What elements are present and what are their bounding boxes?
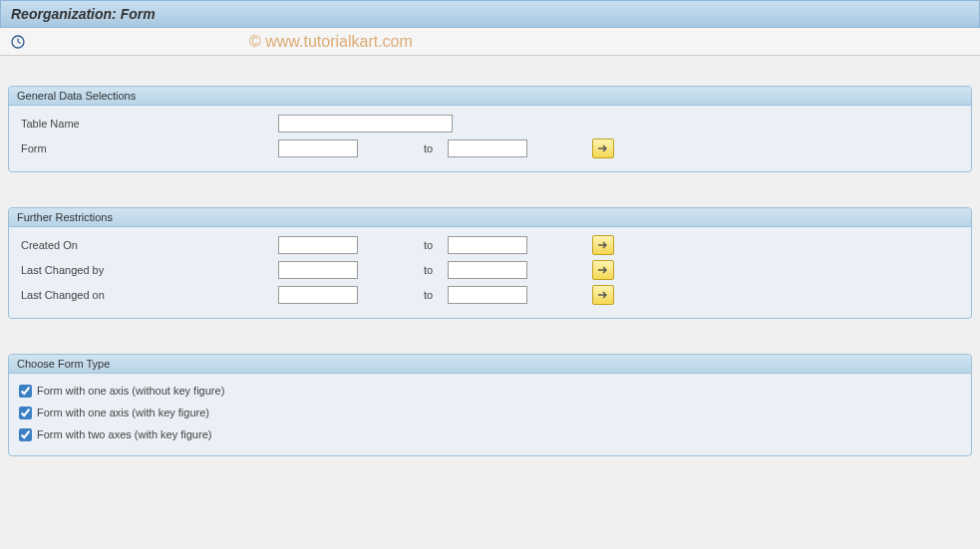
label-form: Form (19, 142, 278, 154)
watermark: © www.tutorialkart.com (249, 33, 413, 51)
label-to-last-changed-by: to (418, 264, 448, 276)
group-body-formtype: Form with one axis (without key figure) … (9, 374, 971, 455)
more-button-last-changed-by[interactable] (592, 260, 614, 280)
row-opt2: Form with one axis (with key figure) (19, 402, 961, 423)
label-to-form: to (418, 142, 448, 154)
label-created-on: Created On (19, 239, 278, 251)
row-last-changed-by: Last Changed by to (19, 258, 961, 282)
label-opt1: Form with one axis (without key figure) (37, 385, 224, 397)
group-body-general: Table Name Form to (9, 106, 971, 171)
input-last-changed-on-from[interactable] (278, 286, 358, 304)
arrow-right-icon (597, 263, 609, 278)
row-table-name: Table Name (19, 112, 961, 136)
group-header-general: General Data Selections (9, 87, 971, 106)
arrow-right-icon (597, 238, 609, 253)
more-button-created-on[interactable] (592, 235, 614, 255)
toolbar: © www.tutorialkart.com (0, 28, 980, 56)
arrow-right-icon (597, 288, 609, 303)
more-button-last-changed-on[interactable] (592, 285, 614, 305)
input-table-name[interactable] (278, 115, 453, 133)
input-form-to[interactable] (448, 139, 527, 157)
row-opt3: Form with two axes (with key figure) (19, 423, 961, 445)
label-opt2: Form with one axis (with key figure) (37, 407, 209, 418)
checkbox-opt2[interactable] (19, 407, 32, 419)
svg-line-2 (18, 42, 21, 44)
label-opt3: Form with two axes (with key figure) (37, 428, 211, 440)
group-header-formtype: Choose Form Type (9, 355, 971, 374)
input-last-changed-by-to[interactable] (448, 261, 527, 279)
page-title: Reorganization: Form (11, 6, 156, 22)
group-general-data-selections: General Data Selections Table Name Form … (8, 86, 972, 172)
checkbox-opt1[interactable] (19, 385, 32, 398)
checkbox-opt3[interactable] (19, 428, 32, 441)
more-button-form[interactable] (592, 138, 614, 158)
input-created-on-from[interactable] (278, 236, 358, 254)
row-created-on: Created On to (19, 233, 961, 257)
arrow-right-icon (597, 141, 609, 156)
group-further-restrictions: Further Restrictions Created On to Last … (8, 207, 972, 319)
input-created-on-to[interactable] (448, 236, 527, 254)
label-to-created-on: to (418, 239, 448, 251)
label-to-last-changed-on: to (418, 289, 448, 301)
row-form: Form to (19, 137, 961, 160)
input-form-from[interactable] (278, 139, 358, 157)
row-opt1: Form with one axis (without key figure) (19, 380, 961, 402)
label-last-changed-on: Last Changed on (19, 289, 278, 301)
group-header-further: Further Restrictions (9, 208, 971, 227)
label-table-name: Table Name (19, 118, 278, 130)
input-last-changed-on-to[interactable] (448, 286, 527, 304)
input-last-changed-by-from[interactable] (278, 261, 358, 279)
group-body-further: Created On to Last Changed by to (9, 227, 971, 318)
label-last-changed-by: Last Changed by (19, 264, 278, 276)
row-last-changed-on: Last Changed on to (19, 283, 961, 307)
execute-icon[interactable] (10, 34, 26, 50)
content-area: General Data Selections Table Name Form … (0, 56, 980, 472)
group-choose-form-type: Choose Form Type Form with one axis (wit… (8, 354, 972, 456)
title-bar: Reorganization: Form (0, 0, 980, 28)
